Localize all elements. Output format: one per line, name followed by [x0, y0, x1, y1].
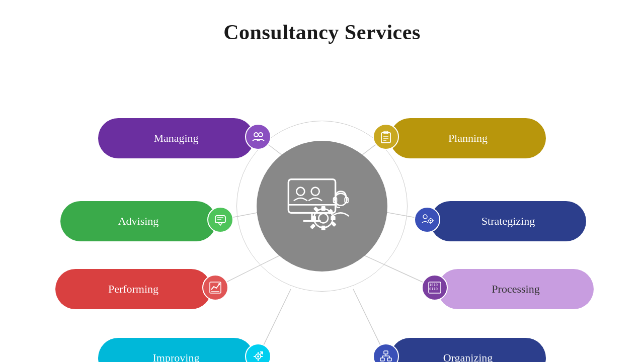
- org-icon: [379, 349, 393, 362]
- icon-managing: [245, 124, 271, 150]
- svg-line-3: [258, 289, 291, 352]
- svg-text:0110: 0110: [429, 287, 438, 291]
- people-icon: [251, 130, 265, 144]
- pill-performing: Performing: [55, 269, 211, 309]
- svg-rect-23: [310, 224, 315, 229]
- svg-point-12: [296, 188, 304, 196]
- svg-line-7: [353, 289, 386, 352]
- center-icon: [282, 166, 362, 246]
- pill-improving: Improving: [98, 338, 254, 362]
- pill-organizing: Organizing: [390, 338, 546, 362]
- svg-rect-16: [321, 206, 326, 211]
- svg-point-49: [423, 215, 427, 219]
- pill-advising: Advising: [60, 201, 216, 241]
- svg-rect-60: [380, 358, 384, 361]
- svg-point-30: [259, 133, 263, 137]
- svg-rect-31: [215, 216, 225, 223]
- pill-managing: Managing: [98, 118, 254, 158]
- svg-rect-59: [384, 351, 388, 354]
- icon-advising: [207, 207, 233, 233]
- pill-planning: Planning: [390, 118, 546, 158]
- clipboard-icon: [379, 130, 393, 144]
- processing-label: Processing: [492, 283, 539, 296]
- svg-point-29: [254, 133, 258, 137]
- svg-point-51: [430, 220, 432, 222]
- managing-label: Managing: [153, 132, 198, 145]
- performing-label: Performing: [108, 283, 158, 296]
- strategizing-label: Strategizing: [481, 215, 535, 228]
- gear-arrow-icon: [251, 349, 265, 362]
- svg-rect-8: [288, 179, 335, 213]
- icon-processing: 1010 0110: [422, 275, 448, 301]
- hand-icon: [213, 213, 227, 227]
- advising-label: Advising: [118, 215, 159, 228]
- icon-performing: [202, 275, 228, 301]
- svg-rect-44: [381, 133, 390, 143]
- pill-strategizing: Strategizing: [430, 201, 586, 241]
- page-title: Consultancy Services: [0, 0, 644, 44]
- svg-point-13: [311, 188, 319, 196]
- svg-rect-20: [313, 207, 319, 212]
- svg-rect-61: [387, 358, 391, 361]
- chart-icon: [208, 281, 222, 295]
- gear-person-icon: [420, 213, 434, 227]
- organizing-label: Organizing: [443, 351, 493, 362]
- center-circle: [257, 141, 387, 272]
- svg-point-15: [318, 214, 328, 223]
- svg-rect-18: [311, 216, 316, 220]
- icon-strategizing: [414, 207, 440, 233]
- svg-point-35: [218, 283, 220, 285]
- binary-icon: 1010 0110: [428, 281, 442, 295]
- svg-rect-19: [331, 216, 335, 220]
- improving-label: Improving: [153, 351, 200, 362]
- pill-processing: Processing: [438, 269, 594, 309]
- icon-planning: [373, 124, 399, 150]
- svg-text:1010: 1010: [429, 283, 438, 287]
- diagram-container: Managing Advising Performing: [0, 60, 644, 352]
- planning-label: Planning: [448, 132, 488, 145]
- svg-point-38: [257, 355, 259, 357]
- svg-rect-17: [321, 226, 326, 230]
